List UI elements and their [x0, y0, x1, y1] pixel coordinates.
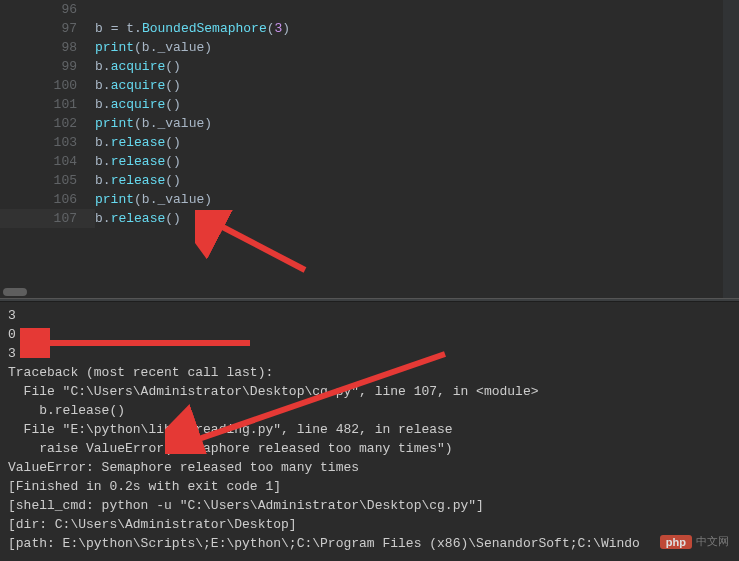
code-line[interactable]: 97b = t.BoundedSemaphore(3)	[0, 19, 739, 38]
code-content[interactable]: b.release()	[95, 171, 739, 190]
minimap[interactable]	[723, 0, 739, 298]
code-editor-panel[interactable]: 9697b = t.BoundedSemaphore(3)98print(b._…	[0, 0, 739, 298]
code-line[interactable]: 103b.release()	[0, 133, 739, 152]
watermark-text: 中文网	[696, 534, 729, 549]
line-number: 100	[0, 76, 95, 95]
code-content[interactable]: b.acquire()	[95, 76, 739, 95]
terminal-line: File "E:\python\lib\threading.py", line …	[8, 420, 731, 439]
code-content[interactable]: b.acquire()	[95, 95, 739, 114]
code-content[interactable]: b.release()	[95, 209, 739, 228]
line-number: 96	[0, 0, 95, 19]
terminal-line: File "C:\Users\Administrator\Desktop\cg.…	[8, 382, 731, 401]
code-line[interactable]: 102print(b._value)	[0, 114, 739, 133]
terminal-line: b.release()	[8, 401, 731, 420]
code-line[interactable]: 101b.acquire()	[0, 95, 739, 114]
watermark: php 中文网	[660, 534, 729, 549]
line-number: 103	[0, 133, 95, 152]
line-number: 101	[0, 95, 95, 114]
code-content[interactable]: print(b._value)	[95, 38, 739, 57]
terminal-line: [Finished in 0.2s with exit code 1]	[8, 477, 731, 496]
terminal-line: [path: E:\python\Scripts\;E:\python\;C:\…	[8, 534, 731, 553]
svg-line-1	[213, 222, 305, 270]
line-number: 107	[0, 209, 95, 228]
code-line[interactable]: 104b.release()	[0, 152, 739, 171]
terminal-output-panel[interactable]: 303Traceback (most recent call last): Fi…	[0, 302, 739, 561]
code-content[interactable]: b.release()	[95, 152, 739, 171]
line-number: 98	[0, 38, 95, 57]
terminal-line: raise ValueError("Semaphore released too…	[8, 439, 731, 458]
line-number: 99	[0, 57, 95, 76]
terminal-line: [shell_cmd: python -u "C:\Users\Administ…	[8, 496, 731, 515]
code-content[interactable]: print(b._value)	[95, 114, 739, 133]
code-line[interactable]: 107b.release()	[0, 209, 739, 228]
code-line[interactable]: 99b.acquire()	[0, 57, 739, 76]
line-number: 105	[0, 171, 95, 190]
terminal-line: 0	[8, 325, 731, 344]
code-line[interactable]: 96	[0, 0, 739, 19]
code-line[interactable]: 98print(b._value)	[0, 38, 739, 57]
line-number: 102	[0, 114, 95, 133]
line-number: 104	[0, 152, 95, 171]
code-content[interactable]: print(b._value)	[95, 190, 739, 209]
terminal-line: ValueError: Semaphore released too many …	[8, 458, 731, 477]
horizontal-scrollbar[interactable]	[3, 288, 27, 296]
terminal-line: [dir: C:\Users\Administrator\Desktop]	[8, 515, 731, 534]
watermark-badge: php	[660, 535, 692, 549]
code-content[interactable]	[95, 0, 739, 19]
terminal-line: 3	[8, 344, 731, 363]
line-number: 106	[0, 190, 95, 209]
terminal-line: 3	[8, 306, 731, 325]
code-content[interactable]: b.release()	[95, 133, 739, 152]
line-number: 97	[0, 19, 95, 38]
terminal-line: Traceback (most recent call last):	[8, 363, 731, 382]
code-line[interactable]: 106print(b._value)	[0, 190, 739, 209]
code-line[interactable]: 100b.acquire()	[0, 76, 739, 95]
code-line[interactable]: 105b.release()	[0, 171, 739, 190]
code-content[interactable]: b = t.BoundedSemaphore(3)	[95, 19, 739, 38]
code-content[interactable]: b.acquire()	[95, 57, 739, 76]
